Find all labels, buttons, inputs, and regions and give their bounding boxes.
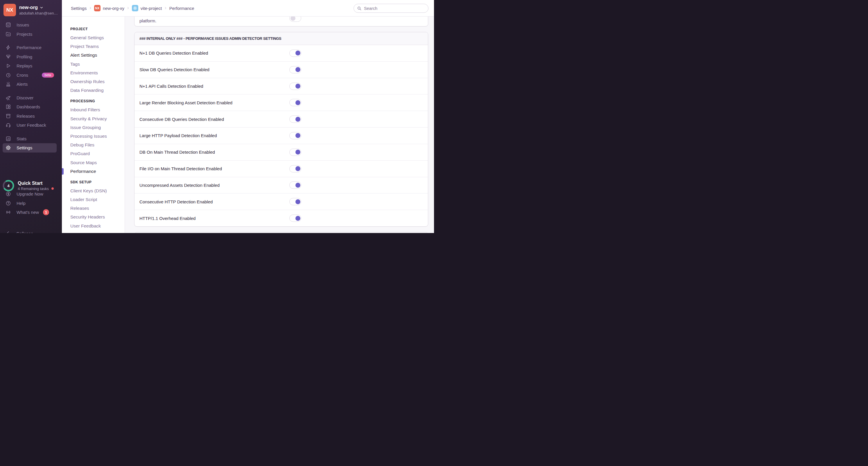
toggle[interactable]	[289, 198, 301, 206]
settings-nav-item[interactable]: Ownership Rules	[70, 77, 125, 86]
org-meta: new-org abdullah.khan@sen…	[19, 5, 58, 15]
setting-row: Uncompressed Assets Detection Enabled	[134, 177, 428, 194]
settings-nav-item-label: Client Keys (DSN)	[70, 188, 107, 193]
sidebar-item[interactable]: Projects	[3, 30, 57, 39]
sidebar-item[interactable]: Dashboards	[3, 102, 57, 112]
sidebar-item[interactable]: Crons beta	[3, 71, 57, 80]
sidebar-item-label: User Feedback	[17, 123, 46, 128]
toggle[interactable]	[289, 149, 301, 156]
sidebar-footer: Upgrade Now Help What's new 1	[0, 189, 62, 217]
stats-icon	[5, 136, 11, 142]
sidebar-item[interactable]: Releases	[3, 112, 57, 121]
org-avatar: NX	[3, 4, 16, 16]
toggle[interactable]	[289, 132, 301, 139]
sidebar-nav: Issues Projects Performance Pr	[0, 20, 62, 153]
sidebar-item[interactable]: User Feedback	[3, 121, 57, 130]
sidebar-item[interactable]: Replays	[3, 61, 57, 71]
settings-nav-section-title: PROJECT	[70, 26, 125, 33]
search-box[interactable]	[353, 4, 429, 13]
settings-nav-item-label: Environments	[70, 70, 98, 75]
setting-label: Large Render Blocking Asset Detection En…	[140, 100, 232, 105]
breadcrumb-item[interactable]: Settings ›	[71, 5, 94, 11]
settings-nav-item[interactable]: Tags	[70, 60, 125, 68]
settings-nav-item-label: Issue Grouping	[70, 125, 101, 130]
toggle-knob	[296, 199, 300, 204]
dashboards-icon	[5, 104, 11, 110]
settings-nav-item-label: Data Forwarding	[70, 88, 104, 93]
setting-label: Uncompressed Assets Detection Enabled	[140, 183, 220, 188]
settings-nav-item[interactable]: Debug Files	[70, 141, 125, 149]
sidebar-item[interactable]: Alerts	[3, 80, 57, 89]
settings-nav-item-label: Security Headers	[70, 214, 105, 220]
settings-nav-item[interactable]: Data Forwarding	[70, 86, 125, 95]
active-indicator	[62, 168, 64, 175]
settings-nav-item[interactable]: General Settings	[70, 33, 125, 42]
settings-nav-item[interactable]: Processing Issues	[70, 132, 125, 141]
search-input[interactable]	[364, 6, 422, 11]
toggle-knob	[296, 133, 300, 138]
toggle[interactable]	[289, 116, 301, 123]
sidebar-item[interactable]: Profiling	[3, 52, 57, 62]
toggle[interactable]	[289, 165, 301, 172]
settings-icon	[5, 145, 11, 151]
replays-icon	[5, 63, 11, 68]
sidebar-item-label: Performance	[17, 45, 41, 50]
settings-nav-item[interactable]: Project Teams	[70, 42, 125, 51]
toggle[interactable]	[289, 50, 301, 57]
org-email: abdullah.khan@sen…	[19, 11, 58, 15]
sidebar-item-label: Dashboards	[17, 104, 40, 109]
chevron-down-icon	[40, 6, 43, 9]
sidebar-item[interactable]: Settings	[3, 143, 57, 153]
breadcrumb-item[interactable]: vite-project ›	[132, 5, 169, 11]
settings-nav-item[interactable]: ProGuard	[70, 149, 125, 158]
sidebar-item[interactable]: Performance	[3, 43, 57, 52]
settings-nav-item[interactable]: Alert Settings	[70, 51, 125, 60]
settings-nav-item[interactable]: Loader Script	[70, 195, 125, 204]
sidebar-item-label: Stats	[17, 136, 26, 141]
setting-row: DB On Main Thread Detection Enabled	[134, 144, 428, 161]
breadcrumb-item[interactable]: NX new-org-xy ›	[94, 5, 132, 11]
projects-icon	[5, 31, 11, 37]
sidebar-item[interactable]: Issues	[3, 20, 57, 30]
settings-nav-item[interactable]: Issue Grouping	[70, 123, 125, 132]
settings-nav-item[interactable]: Inbound Filters	[70, 105, 125, 114]
settings-nav-item[interactable]: User Feedback	[70, 222, 125, 230]
toggle[interactable]	[289, 66, 301, 73]
settings-nav-item[interactable]: Client Keys (DSN)	[70, 187, 125, 195]
toggle[interactable]	[289, 17, 301, 22]
sidebar-footer-item[interactable]: Upgrade Now	[3, 189, 57, 199]
sidebar-item-label: Crons	[17, 73, 28, 77]
settings-nav-item-label: Tags	[70, 62, 80, 67]
settings-nav-item[interactable]: Source Maps	[70, 158, 125, 167]
settings-nav-item[interactable]: Releases	[70, 204, 125, 213]
sidebar-item[interactable]: Stats	[3, 134, 57, 144]
breadcrumb-item[interactable]: Performance	[169, 6, 194, 11]
toggle[interactable]	[289, 83, 301, 90]
settings-nav-item[interactable]: Environments	[70, 68, 125, 77]
detector-settings-panel: ### INTERNAL ONLY ### - PERFORMANCE ISSU…	[134, 32, 428, 227]
whats-new-icon	[5, 210, 11, 215]
org-switcher[interactable]: NX new-org abdullah.khan@sen…	[0, 0, 62, 16]
sidebar-footer-item[interactable]: Help	[3, 199, 57, 208]
settings-nav-item-label: Ownership Rules	[70, 79, 104, 84]
settings-nav-item[interactable]: Performance	[70, 167, 125, 176]
toggle[interactable]	[289, 99, 301, 106]
panel-title: ### INTERNAL ONLY ### - PERFORMANCE ISSU…	[134, 32, 428, 45]
sidebar-footer-item[interactable]: What's new 1	[3, 208, 57, 217]
toggle[interactable]	[289, 215, 301, 222]
setting-label: N+1 DB Queries Detection Enabled	[140, 51, 208, 56]
settings-nav-item[interactable]: Security Headers	[70, 213, 125, 221]
releases-icon	[5, 113, 11, 119]
previous-settings-card: platform.	[134, 17, 428, 26]
breadcrumb-separator: ›	[127, 5, 129, 11]
setting-row: Consecutive DB Queries Detection Enabled	[134, 111, 428, 128]
setting-row: Large HTTP Payload Detection Enabled	[134, 128, 428, 144]
sidebar-item[interactable]: Discover	[3, 93, 57, 102]
settings-nav-item[interactable]: Security & Privacy	[70, 115, 125, 123]
setting-row: Large Render Blocking Asset Detection En…	[134, 94, 428, 111]
settings-nav: PROJECT General Settings Project Teams A…	[62, 17, 125, 233]
breadcrumb-label: Performance	[169, 6, 194, 11]
toggle[interactable]	[289, 182, 301, 189]
setting-label: Consecutive HTTP Detection Enabled	[140, 199, 213, 204]
collapse-button[interactable]: Collapse	[3, 229, 57, 233]
